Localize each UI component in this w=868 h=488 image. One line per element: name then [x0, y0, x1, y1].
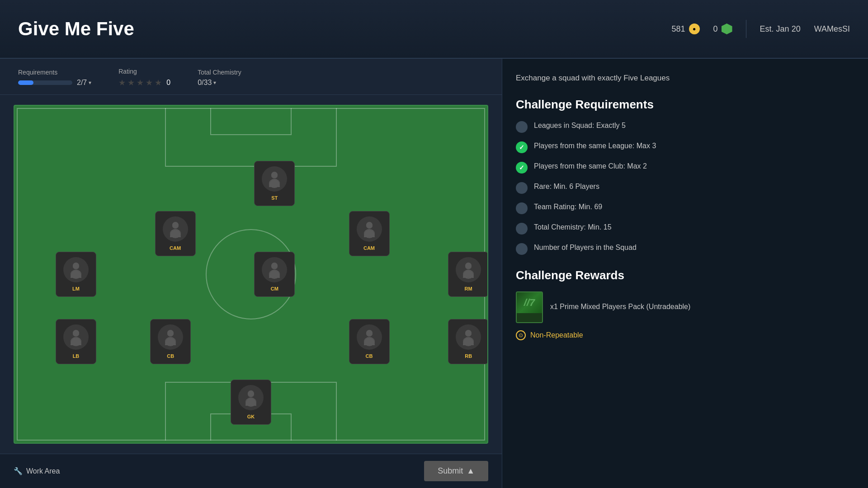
player-silhouette-icon: [459, 328, 477, 346]
req-status-team-rating: [516, 202, 528, 214]
player-avatar-cb2: [357, 324, 382, 350]
req-status-num-players: [516, 243, 528, 255]
player-avatar-rb: [456, 324, 481, 350]
chemistry-dropdown[interactable]: 0/33 ▾: [198, 79, 216, 87]
player-silhouette-icon: [265, 261, 283, 279]
rating-number: 0: [166, 79, 170, 87]
reward-pack-stripe: [517, 313, 542, 322]
username: WAMesSI: [814, 24, 850, 34]
player-position-lm: LM: [72, 286, 80, 291]
player-silhouette-icon: [265, 170, 283, 188]
est-date: Est. Jan 20: [760, 24, 801, 34]
submit-button[interactable]: Submit ▲: [424, 461, 488, 481]
player-position-rm: RM: [465, 286, 472, 291]
player-avatar-lb: [63, 324, 89, 350]
player-card-rm[interactable]: RM: [448, 252, 488, 297]
main-content: Requirements 2/7 ▾ Rating ★ ★: [0, 59, 868, 488]
svg-point-24: [465, 330, 472, 336]
player-card-cb2[interactable]: CB: [349, 319, 390, 364]
player-card-cam1[interactable]: CAM: [155, 211, 196, 256]
svg-point-54: [271, 172, 278, 178]
req-group-requirements: Requirements 2/7 ▾: [18, 69, 91, 87]
svg-point-4: [248, 390, 254, 397]
req-item-same-club: ✓ Players from the same Club: Max 2: [516, 161, 854, 174]
coins-value: 581: [672, 24, 685, 34]
req-item-leagues: Leagues in Squad: Exactly 5: [516, 121, 854, 133]
req-item-team-rating: Team Rating: Min. 69: [516, 202, 854, 214]
req-item-rare: Rare: Min. 6 Players: [516, 182, 854, 194]
svg-point-49: [465, 263, 472, 269]
top-bar: Give Me Five 581 ● 0 Est. Jan 20 WAMesSI: [0, 0, 868, 59]
rewards-section: Challenge Rewards //7 x1 Prime Mixed Pla…: [516, 268, 854, 340]
stars-container: ★ ★ ★ ★ ★: [118, 78, 162, 88]
player-card-gk[interactable]: GK: [231, 380, 271, 425]
req-text-num-players: Number of Players in the Squad: [534, 243, 637, 253]
req-text-same-league: Players from the same League: Max 3: [534, 141, 656, 151]
star-3: ★: [137, 78, 144, 88]
req-item-num-players: Number of Players in the Squad: [516, 243, 854, 255]
req-status-total-chemistry: [516, 223, 528, 235]
player-card-cam2[interactable]: CAM: [349, 211, 390, 256]
player-position-cam1: CAM: [170, 245, 181, 251]
player-avatar-lm: [63, 257, 89, 282]
req-text-same-club: Players from the same Club: Max 2: [534, 161, 647, 171]
svg-point-19: [366, 330, 373, 336]
reward-pack-icon: //7: [516, 291, 543, 323]
challenge-description: Exchange a squad with exactly Five Leagu…: [516, 72, 854, 84]
req-text-rare: Rare: Min. 6 Players: [534, 182, 599, 192]
star-2: ★: [127, 78, 135, 88]
reward-item-pack: //7 x1 Prime Mixed Players Pack (Untrade…: [516, 291, 854, 323]
progress-bar-fill: [18, 80, 33, 85]
requirements-bar: Requirements 2/7 ▾ Rating ★ ★: [0, 59, 502, 95]
checkmark-icon-2: ✓: [519, 164, 524, 171]
wrench-icon: 🔧: [14, 467, 23, 475]
rating-value-row: ★ ★ ★ ★ ★ 0: [118, 78, 170, 88]
req-group-rating: Rating ★ ★ ★ ★ ★ 0: [118, 68, 170, 88]
page-title: Give Me Five: [18, 18, 134, 40]
chevron-down-icon: ▾: [89, 80, 91, 86]
checkmark-icon: ✓: [519, 144, 524, 151]
work-area-label: Work Area: [26, 467, 60, 475]
player-avatar-cm: [262, 257, 287, 282]
player-card-cm[interactable]: CM: [254, 252, 295, 297]
challenge-rewards-title: Challenge Rewards: [516, 268, 854, 282]
rating-label: Rating: [118, 68, 170, 75]
player-card-lm[interactable]: LM: [56, 252, 96, 297]
chemistry-label: Total Chemistry: [198, 69, 241, 76]
player-position-st: ST: [271, 195, 278, 201]
req-count-dropdown[interactable]: 2/7 ▾: [77, 79, 91, 87]
req-status-same-league: ✓: [516, 141, 528, 153]
player-card-cb1[interactable]: CB: [150, 319, 191, 364]
star-1: ★: [118, 78, 126, 88]
work-area-button[interactable]: 🔧 Work Area: [14, 467, 60, 475]
right-panel: Exchange a squad with exactly Five Leagu…: [502, 59, 868, 488]
req-progress-value: 2/7 ▾: [18, 79, 91, 87]
player-silhouette-icon: [459, 261, 477, 279]
svg-point-29: [73, 263, 79, 269]
player-silhouette-icon: [166, 220, 184, 238]
non-repeatable-row: ⊙ Non-Repeatable: [516, 330, 854, 340]
player-card-st[interactable]: ST: [254, 161, 295, 206]
req-text-leagues: Leagues in Squad: Exactly 5: [534, 121, 626, 131]
player-avatar-cb1: [158, 324, 183, 350]
player-card-rb[interactable]: RB: [448, 319, 488, 364]
reward-text: x1 Prime Mixed Players Pack (Untradeable…: [550, 302, 690, 312]
challenge-requirements-title: Challenge Requirements: [516, 98, 854, 112]
player-silhouette-icon: [360, 220, 378, 238]
player-card-lb[interactable]: LB: [56, 319, 96, 364]
non-repeatable-label: Non-Repeatable: [530, 331, 583, 339]
player-avatar-cam1: [163, 216, 188, 242]
req-item-total-chemistry: Total Chemistry: Min. 15: [516, 222, 854, 235]
chevron-down-icon-2: ▾: [213, 80, 216, 86]
req-item-same-league: ✓ Players from the same League: Max 3: [516, 141, 854, 153]
football-pitch: GK LB: [14, 105, 488, 444]
svg-point-14: [167, 330, 174, 336]
coins-section: 581 ●: [672, 23, 700, 34]
player-position-cb1: CB: [167, 353, 174, 359]
shield-icon: [722, 23, 732, 34]
req-text-team-rating: Team Rating: Min. 69: [534, 202, 602, 212]
svg-point-9: [73, 330, 79, 336]
player-silhouette-icon: [67, 261, 85, 279]
non-repeatable-icon: ⊙: [516, 330, 526, 340]
star-5: ★: [155, 78, 162, 88]
